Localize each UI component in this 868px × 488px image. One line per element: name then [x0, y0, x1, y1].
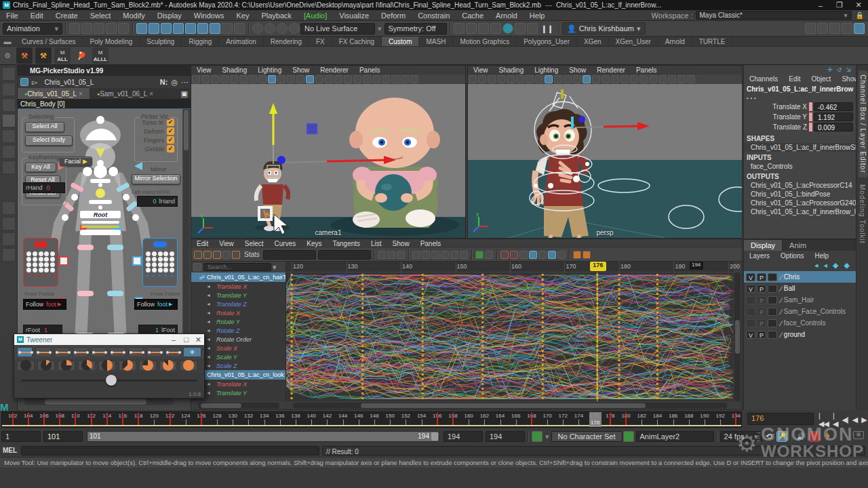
paint-select-tool-icon[interactable] — [2, 98, 16, 112]
anim-end-field[interactable]: 194 — [486, 431, 525, 442]
vp-toolbar-icon-9[interactable] — [277, 75, 285, 83]
tween-amount-38-button[interactable] — [78, 361, 96, 371]
viewport-scene-camera1[interactable]: y — [191, 84, 465, 238]
minimize-button[interactable]: – — [172, 336, 176, 344]
mel-input[interactable] — [21, 446, 319, 455]
hand-pose-dot[interactable] — [170, 251, 174, 256]
vp1-menu-view[interactable]: View — [191, 66, 217, 74]
shelf-menu-icon[interactable]: ▬ — [0, 37, 15, 45]
layer-playback-toggle[interactable]: P — [757, 273, 766, 281]
layer-playback-toggle[interactable]: P — [757, 308, 766, 316]
render-current-icon[interactable] — [490, 23, 501, 34]
select-object-icon[interactable] — [149, 23, 159, 34]
hand-pose-arrow[interactable]: ▲ — [164, 273, 168, 277]
select-body-button[interactable]: Select Body — [25, 136, 73, 146]
layer-visibility-toggle[interactable]: V — [746, 331, 755, 339]
hand-pose-dot[interactable] — [44, 257, 49, 262]
fps-select[interactable]: 24 fps▾ — [720, 431, 762, 442]
ge-filter-icon[interactable] — [193, 263, 201, 271]
ge-menu-curves[interactable]: Curves — [269, 240, 302, 247]
select-tool-icon[interactable] — [2, 67, 16, 81]
picker-tab-sam_v01_06_l[interactable]: ● Sam_v01_06_L × — [90, 88, 161, 99]
shelf-tab-rendering[interactable]: Rendering — [264, 37, 309, 46]
hand-pose-dot[interactable] — [26, 268, 31, 272]
timeline-keyframe-tick[interactable] — [28, 413, 29, 425]
lock-selection-icon[interactable] — [222, 23, 233, 34]
ge-auto-load-icon[interactable] — [529, 251, 537, 259]
step-mode-icon[interactable] — [54, 347, 70, 357]
graph-attr-row[interactable]: ◄Translate Y — [191, 388, 285, 397]
hand-pose-dot[interactable] — [158, 268, 163, 272]
menu-key[interactable]: Key — [230, 12, 255, 20]
graph-attr-row[interactable]: ◄Rotate X — [191, 308, 285, 317]
expand-icon[interactable]: ⇲ — [846, 66, 851, 73]
layout-single-icon[interactable] — [2, 201, 16, 215]
menu-cache[interactable]: Cache — [456, 12, 490, 20]
shelf-tab-polygons_user[interactable]: Polygons_User — [517, 37, 577, 46]
current-time-field[interactable]: 176 — [747, 413, 814, 425]
hand-pose-dot[interactable] — [146, 262, 151, 267]
ge-linear-tangent-icon[interactable] — [431, 251, 439, 259]
graph-attr-row[interactable]: ◄Translate Y — [191, 291, 285, 300]
le-menu-options[interactable]: Options — [775, 252, 809, 260]
output-node[interactable]: Chris_v01_05_L:acProcessorC14 — [744, 181, 856, 190]
menu-create[interactable]: Create — [50, 12, 84, 20]
graph-attr-row[interactable]: ◄Translate X — [191, 282, 285, 291]
layer-playback-toggle[interactable]: P — [757, 296, 766, 304]
menu-modify[interactable]: Modify — [117, 12, 151, 20]
vp-toolbar-icon-7[interactable] — [535, 75, 543, 83]
ge-clamped-tangent-icon[interactable] — [422, 251, 430, 259]
layer-tab-display[interactable]: Display — [744, 240, 783, 251]
picker-cursor-icon[interactable]: ▻ — [32, 78, 37, 87]
timeline-keyframe-tick[interactable] — [437, 413, 438, 425]
output-node[interactable]: Chris_v01_05_L:acProcessorG240 — [744, 199, 856, 207]
timeline-keyframe-tick[interactable] — [610, 413, 611, 425]
pin-icon[interactable]: ✛ — [827, 66, 833, 73]
vp-toolbar-icon-0[interactable] — [469, 75, 477, 83]
tab-close-icon[interactable]: × — [79, 90, 83, 98]
hand-pose-dot[interactable] — [26, 262, 31, 267]
tweener-slider[interactable] — [14, 372, 204, 388]
ge-retime-icon[interactable] — [232, 251, 240, 259]
hand-pose-dot[interactable] — [39, 268, 43, 272]
timeline-keyframe-tick[interactable] — [201, 413, 202, 425]
shelf-tab-curves---surfaces[interactable]: Curves / Surfaces — [15, 37, 83, 46]
timeline-keyframe-tick[interactable] — [452, 413, 454, 425]
snap-plane-icon[interactable] — [210, 23, 220, 34]
tab-modeling-toolkit[interactable]: Modeling Toolkit — [859, 184, 866, 244]
vp-toolbar-icon-15[interactable] — [334, 75, 342, 83]
shelf-tab-xgen[interactable]: XGen — [577, 37, 609, 46]
shelf-tab-animation[interactable]: Animation — [219, 37, 263, 46]
picker-n-icon[interactable]: N: — [160, 78, 168, 86]
hand-pose-dot[interactable] — [152, 257, 157, 262]
vp-toolbar-icon-11[interactable] — [573, 75, 581, 83]
shelf-tab-mash[interactable]: MASH — [419, 37, 453, 46]
vp2-menu-panels[interactable]: Panels — [631, 66, 663, 74]
tween-amount-25-button[interactable] — [58, 361, 75, 371]
move-layer-up-icon[interactable]: ◂ — [814, 261, 818, 270]
timeline-keyframe-tick[interactable] — [625, 413, 627, 425]
layer-color-swatch[interactable] — [768, 296, 777, 304]
layer-visibility-toggle[interactable] — [746, 308, 755, 316]
ge-insert-keys-icon[interactable] — [203, 251, 212, 259]
hand-pose-arrow[interactable]: ▲ — [39, 273, 43, 277]
hand-pose-dot[interactable] — [26, 251, 31, 256]
loop-icon[interactable]: ⟲ — [766, 432, 772, 441]
menu-select[interactable]: Select — [84, 12, 117, 20]
tween-amount-75-button[interactable] — [139, 361, 157, 371]
ease-mode-icon[interactable] — [73, 347, 88, 357]
tween-amount-50-button[interactable] — [98, 361, 116, 371]
layer-row-ground[interactable]: VP∕ground — [744, 329, 856, 340]
input-name[interactable]: face_Controls — [744, 162, 856, 171]
menu-help[interactable]: Help — [524, 12, 551, 20]
graph-node-row[interactable]: ☍Chris_v01_05_L:ac_cn_hairT — [191, 272, 285, 282]
hand-pose-dot[interactable] — [33, 251, 37, 256]
picker-hscrollbar[interactable] — [24, 399, 174, 405]
hand-pose-dot[interactable] — [152, 268, 157, 272]
lhand-field[interactable]: 0 lHand — [137, 196, 178, 207]
new-scene-icon[interactable] — [69, 23, 80, 34]
vp-toolbar-icon-14[interactable] — [325, 75, 333, 83]
cb-menu-object[interactable]: Object — [806, 75, 837, 83]
shelf-tab-sculpting[interactable]: Sculpting — [140, 37, 182, 46]
select-component-icon[interactable] — [161, 23, 172, 34]
